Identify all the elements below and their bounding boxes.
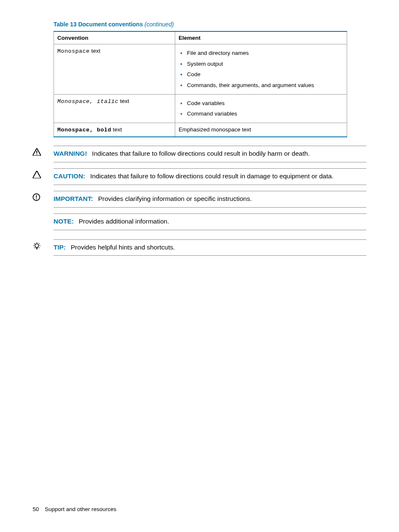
th-element: Element [175, 31, 347, 44]
warning-admonition: WARNING!Indicates that failure to follow… [33, 146, 366, 162]
conventions-table: Convention Element Monospace text File a… [54, 31, 347, 137]
tip-text: Provides helpful hints and shortcuts. [71, 244, 175, 251]
cell-convention: Monospace text [54, 44, 175, 95]
cell-element: Code variables Command variables [175, 94, 347, 123]
note-icon-placeholder [33, 213, 54, 216]
important-icon [33, 191, 54, 201]
svg-point-6 [34, 243, 35, 244]
admonitions-block: WARNING!Indicates that failure to follow… [33, 146, 366, 256]
table-row: Monospace, bold text Emphasized monospac… [54, 123, 347, 137]
svg-point-5 [36, 242, 37, 243]
th-convention: Convention [54, 31, 175, 44]
cell-convention: Monospace, bold text [54, 123, 175, 137]
list-item: System output [180, 59, 343, 69]
list-item: Commands, their arguments, and argument … [180, 80, 343, 91]
svg-point-8 [33, 245, 34, 246]
table-caption: Table 13 Document conventions (continued… [54, 21, 366, 28]
table-caption-title: Table 13 Document conventions [54, 21, 143, 28]
note-label: NOTE: [54, 218, 74, 225]
svg-rect-0 [36, 151, 37, 153]
tip-label: TIP: [54, 244, 66, 251]
caution-admonition: CAUTION:Indicates that failure to follow… [33, 168, 366, 185]
table-row: Monospace text File and directory names … [54, 44, 347, 95]
list-item: Code variables [180, 98, 343, 109]
svg-point-7 [39, 243, 40, 244]
svg-point-10 [34, 247, 35, 248]
monospace-italic-sample: Monospace, italic [57, 98, 118, 105]
list-item: Command variables [180, 108, 343, 119]
important-label: IMPORTANT: [54, 195, 93, 202]
table-caption-continued: (continued) [145, 21, 174, 28]
cell-convention: Monospace, italic text [54, 94, 175, 123]
caution-content: CAUTION:Indicates that failure to follow… [54, 168, 366, 185]
page-footer: 50Support and other resources [33, 506, 116, 512]
tip-content: TIP:Provides helpful hints and shortcuts… [54, 239, 366, 256]
important-content: IMPORTANT:Provides clarifying informatio… [54, 191, 366, 208]
table-row: Monospace, italic text Code variables Co… [54, 94, 347, 123]
caution-text: Indicates that failure to follow directi… [90, 172, 334, 180]
caution-icon [33, 168, 54, 178]
list-item: Code [180, 69, 343, 80]
svg-point-9 [40, 245, 41, 246]
note-admonition: NOTE:Provides additional information. [33, 213, 366, 230]
monospace-sample: Monospace [57, 48, 90, 54]
text-suffix: text [90, 48, 100, 54]
page-number: 50 [33, 506, 39, 512]
svg-rect-4 [36, 198, 37, 199]
page-container: Table 13 Document conventions (continued… [0, 0, 399, 532]
warning-label: WARNING! [54, 150, 87, 157]
warning-text: Indicates that failure to follow directi… [92, 150, 309, 157]
tip-icon [33, 239, 54, 250]
text-suffix: text [111, 126, 122, 133]
svg-rect-3 [36, 195, 37, 198]
element-list: Code variables Command variables [179, 98, 343, 119]
footer-section: Support and other resources [45, 506, 116, 512]
text-suffix: text [118, 98, 129, 104]
important-text: Provides clarifying information or speci… [98, 195, 252, 202]
list-item: File and directory names [180, 48, 343, 59]
element-text: Emphasized monospace text [179, 126, 251, 133]
warning-icon [33, 146, 54, 156]
monospace-bold-sample: Monospace, bold [57, 127, 111, 133]
svg-point-11 [39, 247, 40, 248]
important-admonition: IMPORTANT:Provides clarifying informatio… [33, 191, 366, 208]
tip-admonition: TIP:Provides helpful hints and shortcuts… [33, 239, 366, 256]
note-content: NOTE:Provides additional information. [54, 213, 366, 230]
cell-element: Emphasized monospace text [175, 123, 347, 137]
table-header-row: Convention Element [54, 31, 347, 44]
note-text: Provides additional information. [79, 218, 169, 225]
caution-label: CAUTION: [54, 172, 85, 180]
warning-content: WARNING!Indicates that failure to follow… [54, 146, 366, 162]
cell-element: File and directory names System output C… [175, 44, 347, 95]
svg-rect-1 [36, 154, 37, 154]
element-list: File and directory names System output C… [179, 48, 343, 91]
